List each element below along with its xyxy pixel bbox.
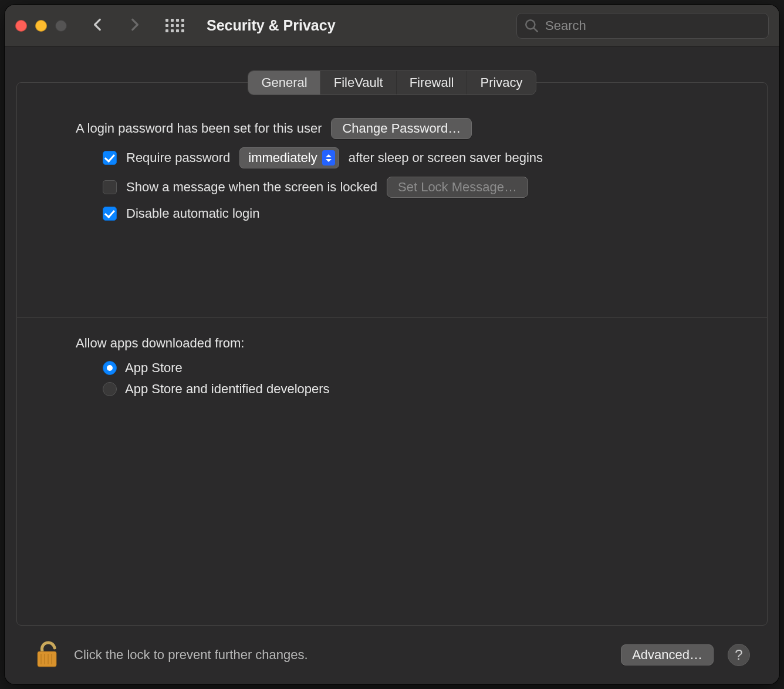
help-button[interactable]: ? <box>728 644 750 666</box>
require-password-delay-popup[interactable]: immediately <box>239 147 339 168</box>
titlebar: Security & Privacy Search <box>5 5 779 47</box>
minimize-button[interactable] <box>35 20 47 32</box>
stepper-icon <box>322 150 335 166</box>
tab-firewall[interactable]: Firewall <box>397 71 468 94</box>
login-password-label: A login password has been set for this u… <box>76 121 322 136</box>
zoom-button[interactable] <box>55 20 67 32</box>
allow-apps-radio-appstore[interactable] <box>103 361 117 375</box>
show-lock-message-label: Show a message when the screen is locked <box>126 180 377 195</box>
allow-apps-option-1: App Store and identified developers <box>125 381 330 397</box>
allow-apps-radio-group: App Store App Store and identified devel… <box>103 360 708 397</box>
preferences-window: Security & Privacy Search General FileVa… <box>5 5 779 684</box>
divider <box>17 318 767 318</box>
nav-buttons <box>90 17 142 35</box>
tab-privacy[interactable]: Privacy <box>467 71 535 94</box>
show-all-button[interactable] <box>165 19 184 32</box>
set-lock-message-button[interactable]: Set Lock Message… <box>387 177 528 198</box>
content-area: General FileVault Firewall Privacy A log… <box>5 47 779 684</box>
allow-apps-option-0: App Store <box>125 360 183 376</box>
footer: Click the lock to prevent further change… <box>16 626 768 684</box>
search-icon <box>524 18 539 33</box>
show-lock-message-checkbox[interactable] <box>103 180 117 194</box>
require-password-suffix: after sleep or screen saver begins <box>349 150 543 166</box>
require-password-checkbox[interactable] <box>103 151 117 165</box>
allow-apps-label: Allow apps downloaded from: <box>76 336 708 351</box>
tab-bar: General FileVault Firewall Privacy <box>248 70 536 95</box>
tab-filevault[interactable]: FileVault <box>321 71 397 94</box>
change-password-button[interactable]: Change Password… <box>331 118 472 139</box>
search-input[interactable]: Search <box>516 13 769 39</box>
window-controls <box>15 20 67 32</box>
search-placeholder: Search <box>545 18 586 33</box>
general-panel: A login password has been set for this u… <box>16 82 768 626</box>
advanced-button[interactable]: Advanced… <box>621 644 714 666</box>
disable-auto-login-label: Disable automatic login <box>126 206 259 221</box>
lock-icon[interactable] <box>34 639 60 671</box>
close-button[interactable] <box>15 20 27 32</box>
window-title: Security & Privacy <box>207 17 336 34</box>
require-password-delay-value: immediately <box>248 150 317 166</box>
svg-rect-2 <box>38 651 56 667</box>
back-button[interactable] <box>90 17 106 35</box>
forward-button[interactable] <box>127 17 142 35</box>
tab-general[interactable]: General <box>248 71 320 94</box>
svg-line-1 <box>534 28 538 31</box>
allow-apps-radio-identified[interactable] <box>103 382 117 396</box>
disable-auto-login-checkbox[interactable] <box>103 207 117 221</box>
require-password-prefix: Require password <box>126 150 230 166</box>
lock-hint-text: Click the lock to prevent further change… <box>74 647 308 663</box>
